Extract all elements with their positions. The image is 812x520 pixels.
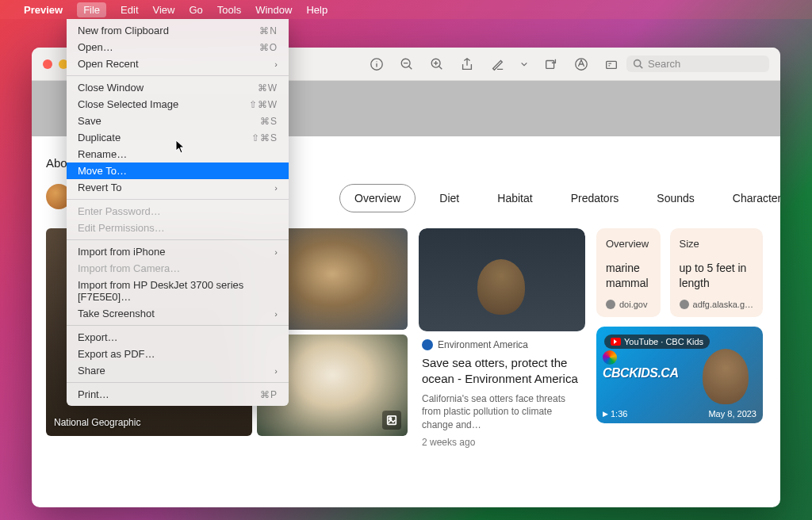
menu-item-label: Close Window: [78, 82, 144, 94]
close-window-button[interactable]: [43, 59, 52, 69]
toolbar-search[interactable]: Search: [626, 55, 769, 72]
menu-item-label: Move To…: [78, 165, 127, 177]
menu-separator: [67, 199, 289, 200]
view-menu-trigger[interactable]: View: [153, 4, 175, 16]
menu-shortcut: ⌘P: [260, 389, 278, 400]
help-menu-trigger[interactable]: Help: [306, 4, 327, 16]
video-channel: YouTube · CBC Kids: [624, 337, 703, 346]
svg-point-6: [634, 60, 641, 67]
menu-item-label: Export as PDF…: [78, 348, 155, 360]
topic-tabs: Overview Diet Habitat Predators Sounds C…: [339, 182, 766, 214]
info-card-size[interactable]: Size up to 5 feet in length adfg.alaska.…: [670, 228, 763, 317]
menu-item-print[interactable]: Print…⌘P: [67, 386, 289, 403]
video-card[interactable]: YouTube · CBC Kids CBCKIDS.CA 1:36 May 8…: [596, 327, 763, 423]
crop-icon[interactable]: [604, 57, 619, 71]
info-card-source: adfg.alaska.g…: [680, 300, 753, 309]
menu-item-label: Save: [78, 115, 102, 127]
menu-item-import-from-camera: Import from Camera…: [67, 260, 289, 277]
share-icon[interactable]: [460, 57, 474, 71]
system-menubar: Preview File Edit View Go Tools Window H…: [0, 0, 812, 19]
menu-item-label: Share: [78, 365, 105, 377]
source-favicon-icon: [680, 300, 689, 309]
tab-predators[interactable]: Predators: [557, 185, 634, 212]
menu-item-export[interactable]: Export…: [67, 329, 289, 346]
youtube-badge: YouTube · CBC Kids: [604, 335, 710, 349]
tab-diet[interactable]: Diet: [425, 185, 473, 212]
menu-separator: [67, 382, 289, 383]
menu-item-label: Import from iPhone: [78, 246, 166, 258]
menu-item-label: Open Recent: [78, 58, 139, 70]
file-menu-trigger[interactable]: File: [77, 2, 106, 17]
chevron-right-icon: ›: [274, 309, 278, 319]
menu-separator: [67, 325, 289, 326]
article-source: Environment America: [422, 339, 582, 350]
menu-item-import-from-hp-deskjet-series-f-e-e[interactable]: Import from HP DeskJet 3700 series [F7E5…: [67, 277, 289, 305]
tab-habitat[interactable]: Habitat: [483, 185, 546, 212]
menu-shortcut: ⇧⌘W: [249, 99, 278, 110]
menu-item-enter-password: Enter Password…: [67, 203, 289, 220]
menu-shortcut: ⌘S: [260, 116, 278, 127]
highlight-icon[interactable]: [490, 57, 504, 71]
info-icon[interactable]: [370, 57, 384, 71]
menu-item-take-screenshot[interactable]: Take Screenshot›: [67, 305, 289, 322]
about-label: Abo: [46, 156, 67, 170]
info-card-title: Overview: [606, 238, 651, 250]
info-card-overview[interactable]: Overview marine mammal doi.gov: [596, 228, 661, 317]
rotate-icon[interactable]: [544, 57, 558, 71]
chevron-right-icon: ›: [274, 366, 278, 376]
article-title: Save sea otters, protect the ocean - Env…: [422, 355, 582, 388]
info-card-value: marine mammal: [606, 261, 651, 295]
tab-characteristics[interactable]: Characteristics: [718, 185, 780, 212]
menu-item-label: Duplicate: [78, 132, 121, 143]
video-date: May 8, 2023: [708, 409, 756, 419]
menu-separator: [67, 239, 289, 240]
menu-shortcut: ⇧⌘S: [251, 132, 278, 143]
toolbar-icons: [370, 57, 619, 71]
menu-item-share[interactable]: Share›: [67, 362, 289, 379]
chevron-right-icon: ›: [274, 59, 278, 69]
menu-item-revert-to[interactable]: Revert To›: [67, 179, 289, 196]
window-menu-trigger[interactable]: Window: [255, 4, 292, 16]
menu-item-label: Export…: [78, 331, 118, 343]
zoom-in-icon[interactable]: [430, 57, 444, 71]
menu-item-edit-permissions: Edit Permissions…: [67, 220, 289, 236]
markup-icon[interactable]: [574, 57, 588, 71]
menu-item-label: Enter Password…: [78, 205, 161, 217]
chevron-down-icon[interactable]: [520, 57, 528, 71]
menu-item-duplicate[interactable]: Duplicate⇧⌘S: [67, 129, 289, 146]
sidebar-column: Overview marine mammal doi.gov Size up t…: [596, 228, 763, 448]
menu-item-label: Edit Permissions…: [78, 222, 165, 234]
expand-image-icon[interactable]: [382, 411, 401, 430]
go-menu-trigger[interactable]: Go: [189, 4, 202, 16]
zoom-out-icon[interactable]: [400, 57, 414, 71]
menu-item-label: Import from Camera…: [78, 262, 180, 274]
chevron-right-icon: ›: [274, 247, 278, 257]
youtube-logo-icon: [611, 338, 621, 346]
menu-item-move-to[interactable]: Move To…: [67, 162, 289, 179]
menu-item-label: Close Selected Image: [78, 98, 178, 110]
tab-sounds[interactable]: Sounds: [642, 185, 708, 212]
menu-item-export-as-pdf[interactable]: Export as PDF…: [67, 346, 289, 362]
article-description: California's sea otters face threats fro…: [422, 392, 582, 432]
search-placeholder: Search: [648, 58, 680, 70]
article-timestamp: 2 weeks ago: [422, 437, 582, 448]
edit-menu-trigger[interactable]: Edit: [121, 4, 138, 16]
menu-item-save[interactable]: Save⌘S: [67, 113, 289, 129]
tools-menu-trigger[interactable]: Tools: [217, 4, 241, 16]
info-card-value: up to 5 feet in length: [680, 261, 753, 295]
menu-item-close-selected-image[interactable]: Close Selected Image⇧⌘W: [67, 96, 289, 113]
menu-shortcut: ⌘W: [258, 82, 278, 94]
video-duration: 1:36: [603, 409, 627, 419]
article-card[interactable]: Environment America Save sea otters, pro…: [419, 228, 585, 448]
menu-item-close-window[interactable]: Close Window⌘W: [67, 79, 289, 96]
menu-item-open[interactable]: Open…⌘O: [67, 39, 289, 55]
menu-item-rename[interactable]: Rename…: [67, 146, 289, 162]
menu-item-new-from-clipboard[interactable]: New from Clipboard⌘N: [67, 22, 289, 39]
menu-item-open-recent[interactable]: Open Recent›: [67, 55, 289, 72]
image-source-label: National Geographic: [54, 417, 140, 428]
svg-rect-3: [546, 60, 554, 68]
menu-item-import-from-iphone[interactable]: Import from iPhone›: [67, 243, 289, 260]
app-menu[interactable]: Preview: [24, 4, 63, 16]
article-image: [419, 228, 585, 331]
tab-overview[interactable]: Overview: [339, 184, 416, 212]
